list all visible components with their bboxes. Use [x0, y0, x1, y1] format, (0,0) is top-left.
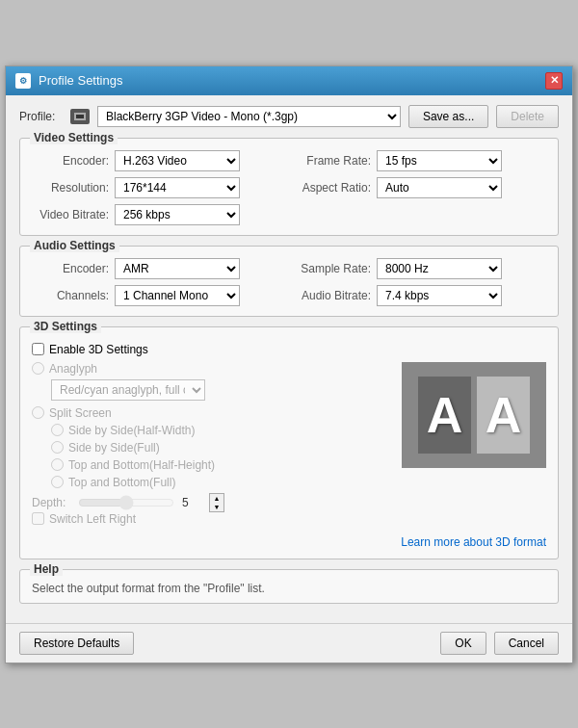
video-bitrate-label: Video Bitrate: [32, 208, 109, 221]
audio-encoder-select[interactable]: AMR [115, 258, 240, 279]
top-bottom-half-row: Top and Bottom(Half-Height) [32, 458, 392, 472]
audio-form-grid: Encoder: AMR Sample Rate: 8000 Hz [32, 258, 546, 306]
audio-bitrate-select[interactable]: 7.4 kbps [377, 285, 502, 306]
anaglyph-select[interactable]: Red/cyan anaglyph, full color [51, 379, 205, 401]
3d-settings-title: 3D Settings [30, 320, 101, 333]
frame-rate-row: Frame Rate: 15 fps [294, 150, 546, 171]
channels-form-row: Channels: 1 Channel Mono [32, 285, 284, 306]
top-bottom-half-radio[interactable] [51, 458, 64, 471]
3d-layout: Anaglyph Red/cyan anaglyph, full color S… [32, 362, 546, 532]
audio-bitrate-form-row: Audio Bitrate: 7.4 kbps [294, 285, 546, 306]
depth-down-arrow[interactable]: ▼ [210, 503, 223, 511]
aspect-ratio-form-row: Aspect Ratio: Auto [294, 177, 546, 198]
dialog-body: Profile: BlackBerry 3GP Video - Mono (*.… [6, 95, 572, 623]
help-title: Help [30, 562, 63, 576]
learn-more-row: Learn more about 3D format [32, 535, 546, 549]
profile-select[interactable]: BlackBerry 3GP Video - Mono (*.3gp) [97, 106, 401, 127]
save-as-button[interactable]: Save as... [408, 105, 488, 128]
bottom-right-buttons: OK Cancel [440, 632, 559, 655]
enable-3d-checkbox[interactable] [32, 343, 44, 355]
anaglyph-label[interactable]: Anaglyph [49, 362, 97, 376]
audio-bitrate-row: Audio Bitrate: 7.4 kbps [294, 285, 546, 306]
top-bottom-full-label[interactable]: Top and Bottom(Full) [68, 476, 175, 489]
title-bar-left: ⚙ Profile Settings [15, 73, 122, 89]
aspect-ratio-row: Aspect Ratio: Auto [294, 177, 546, 198]
cancel-button[interactable]: Cancel [494, 632, 559, 655]
audio-encoder-row: Encoder: AMR [32, 258, 284, 279]
audio-encoder-label: Encoder: [32, 262, 109, 275]
side-by-side-full-label[interactable]: Side by Side(Full) [68, 441, 160, 455]
channels-label: Channels: [32, 289, 109, 302]
learn-more-link[interactable]: Learn more about 3D format [401, 535, 546, 549]
3d-settings-content: Enable 3D Settings Anaglyph Red/cyan ana… [32, 339, 546, 549]
frame-rate-select[interactable]: 15 fps [377, 150, 502, 171]
resolution-row: Resolution: 176*144 [32, 177, 284, 198]
switch-lr-label[interactable]: Switch Left Right [49, 512, 136, 526]
aspect-ratio-select[interactable]: Auto [377, 177, 502, 198]
title-bar: ⚙ Profile Settings ✕ [6, 66, 572, 95]
3d-left: Anaglyph Red/cyan anaglyph, full color S… [32, 362, 392, 532]
audio-settings-content: Encoder: AMR Sample Rate: 8000 Hz [32, 258, 546, 306]
delete-button[interactable]: Delete [496, 105, 559, 128]
channels-row: Channels: 1 Channel Mono [32, 285, 284, 306]
anaglyph-select-row: Red/cyan anaglyph, full color [32, 379, 392, 401]
close-button[interactable]: ✕ [545, 72, 563, 90]
resolution-form-row: Resolution: 176*144 [32, 177, 284, 198]
app-icon: ⚙ [15, 73, 31, 89]
ok-button[interactable]: OK [440, 632, 486, 655]
anaglyph-radio[interactable] [32, 362, 44, 375]
side-by-side-half-radio[interactable] [51, 424, 64, 436]
3d-settings-section: 3D Settings Enable 3D Settings Anaglyph [19, 326, 559, 559]
frame-rate-form-row: Frame Rate: 15 fps [294, 150, 546, 171]
profile-label: Profile: [19, 110, 63, 123]
channels-select[interactable]: 1 Channel Mono [115, 285, 240, 306]
dialog: ⚙ Profile Settings ✕ Profile: BlackBerry… [5, 65, 573, 663]
audio-encoder-form-row: Encoder: AMR [32, 258, 284, 279]
encoder-form-row: Encoder: H.263 Video [32, 150, 284, 171]
anaglyph-radio-row: Anaglyph [32, 362, 392, 376]
video-bitrate-select[interactable]: 256 kbps [115, 204, 240, 225]
side-by-side-full-row: Side by Side(Full) [32, 441, 392, 455]
depth-up-arrow[interactable]: ▲ [210, 494, 223, 503]
switch-lr-checkbox[interactable] [32, 512, 44, 525]
side-by-side-half-label[interactable]: Side by Side(Half-Width) [68, 424, 195, 437]
audio-settings-title: Audio Settings [30, 239, 119, 252]
help-section: Help Select the output format from the "… [19, 569, 559, 604]
depth-slider[interactable] [78, 495, 174, 510]
split-screen-label[interactable]: Split Screen [49, 406, 112, 420]
restore-defaults-button[interactable]: Restore Defaults [19, 632, 134, 655]
video-settings-title: Video Settings [30, 131, 118, 144]
sample-rate-select[interactable]: 8000 Hz [377, 258, 502, 279]
encoder-select[interactable]: H.263 Video [115, 150, 240, 171]
video-bitrate-row: Video Bitrate: 256 kbps [32, 204, 284, 225]
split-screen-radio[interactable] [32, 406, 44, 419]
top-bottom-full-row: Top and Bottom(Full) [32, 476, 392, 489]
help-text: Select the output format from the "Profi… [32, 582, 546, 595]
top-bottom-full-radio[interactable] [51, 476, 64, 488]
aa-letter-left: A [418, 377, 471, 454]
depth-row: Depth: 5 ▲ ▼ [32, 493, 392, 512]
aa-letter-right: A [477, 377, 530, 454]
bottom-bar: Restore Defaults OK Cancel [6, 623, 572, 663]
depth-label: Depth: [32, 496, 70, 509]
audio-bitrate-label: Audio Bitrate: [294, 289, 371, 302]
aspect-ratio-label: Aspect Ratio: [294, 181, 371, 195]
resolution-select[interactable]: 176*144 [115, 177, 240, 198]
top-bottom-half-label[interactable]: Top and Bottom(Half-Height) [68, 458, 215, 472]
enable-3d-label[interactable]: Enable 3D Settings [49, 343, 148, 356]
split-screen-radio-row: Split Screen [32, 406, 392, 420]
side-by-side-full-radio[interactable] [51, 441, 64, 454]
profile-row: Profile: BlackBerry 3GP Video - Mono (*.… [19, 105, 559, 128]
enable-3d-row: Enable 3D Settings [32, 343, 546, 356]
video-settings-section: Video Settings Encoder: H.263 Video [19, 138, 559, 236]
sample-rate-label: Sample Rate: [294, 262, 371, 275]
depth-spinner[interactable]: ▲ ▼ [209, 493, 224, 512]
side-by-side-half-row: Side by Side(Half-Width) [32, 424, 392, 437]
audio-settings-section: Audio Settings Encoder: AMR [19, 246, 559, 317]
svg-rect-2 [76, 115, 84, 118]
3d-preview: A A [402, 362, 546, 468]
aa-preview-text: A A [418, 377, 530, 454]
sample-rate-row: Sample Rate: 8000 Hz [294, 258, 546, 279]
frame-rate-label: Frame Rate: [294, 154, 371, 168]
switch-lr-row: Switch Left Right [32, 512, 392, 526]
